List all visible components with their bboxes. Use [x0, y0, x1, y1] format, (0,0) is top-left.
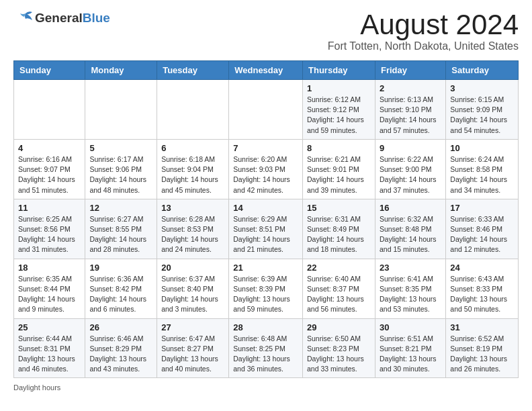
footer-note: Daylight hours	[13, 383, 519, 392]
calendar-cell: 9Sunrise: 6:22 AMSunset: 9:00 PMDaylight…	[375, 139, 445, 199]
page-container: GeneralBlue August 2024 Fort Totten, Nor…	[13, 11, 519, 392]
day-info: Sunrise: 6:48 AMSunset: 8:25 PMDaylight:…	[233, 334, 298, 375]
day-info: Sunrise: 6:35 AMSunset: 8:44 PMDaylight:…	[18, 274, 81, 315]
day-number: 28	[233, 322, 298, 332]
day-number: 10	[450, 143, 514, 153]
weekday-header: Tuesday	[157, 61, 229, 80]
day-number: 21	[233, 263, 298, 273]
calendar-cell: 14Sunrise: 6:29 AMSunset: 8:51 PMDayligh…	[229, 199, 303, 259]
day-number: 27	[161, 322, 224, 332]
calendar-cell: 11Sunrise: 6:25 AMSunset: 8:56 PMDayligh…	[14, 199, 85, 259]
day-info: Sunrise: 6:41 AMSunset: 8:35 PMDaylight:…	[380, 274, 441, 315]
day-info: Sunrise: 6:51 AMSunset: 8:21 PMDaylight:…	[380, 334, 441, 375]
calendar-cell: 16Sunrise: 6:32 AMSunset: 8:48 PMDayligh…	[375, 199, 445, 259]
calendar-week-row: 18Sunrise: 6:35 AMSunset: 8:44 PMDayligh…	[14, 259, 519, 318]
weekday-header: Friday	[375, 61, 445, 80]
day-info: Sunrise: 6:52 AMSunset: 8:19 PMDaylight:…	[450, 334, 514, 375]
day-number: 3	[450, 83, 514, 93]
day-number: 22	[307, 263, 371, 273]
day-number: 14	[233, 203, 298, 213]
day-number: 13	[161, 203, 224, 213]
calendar-cell: 7Sunrise: 6:20 AMSunset: 9:03 PMDaylight…	[229, 139, 303, 199]
day-info: Sunrise: 6:39 AMSunset: 8:39 PMDaylight:…	[233, 274, 298, 315]
day-info: Sunrise: 6:21 AMSunset: 9:01 PMDaylight:…	[307, 154, 371, 195]
day-info: Sunrise: 6:36 AMSunset: 8:42 PMDaylight:…	[89, 274, 152, 315]
day-number: 9	[380, 143, 441, 153]
weekday-header: Saturday	[446, 61, 519, 80]
calendar-cell: 1Sunrise: 6:12 AMSunset: 9:12 PMDaylight…	[303, 80, 375, 140]
logo-blue-text: Blue	[83, 11, 110, 25]
day-number: 8	[307, 143, 371, 153]
day-number: 31	[450, 322, 514, 332]
calendar-cell: 13Sunrise: 6:28 AMSunset: 8:53 PMDayligh…	[157, 199, 229, 259]
calendar-cell: 24Sunrise: 6:43 AMSunset: 8:33 PMDayligh…	[446, 259, 519, 318]
calendar-cell: 30Sunrise: 6:51 AMSunset: 8:21 PMDayligh…	[375, 318, 445, 378]
calendar-cell: 25Sunrise: 6:44 AMSunset: 8:31 PMDayligh…	[14, 318, 85, 378]
calendar-cell: 4Sunrise: 6:16 AMSunset: 9:07 PMDaylight…	[14, 139, 85, 199]
day-info: Sunrise: 6:46 AMSunset: 8:29 PMDaylight:…	[89, 334, 152, 375]
day-info: Sunrise: 6:15 AMSunset: 9:09 PMDaylight:…	[450, 95, 514, 136]
calendar-cell: 3Sunrise: 6:15 AMSunset: 9:09 PMDaylight…	[446, 80, 519, 140]
day-info: Sunrise: 6:18 AMSunset: 9:04 PMDaylight:…	[161, 154, 224, 195]
day-info: Sunrise: 6:25 AMSunset: 8:56 PMDaylight:…	[18, 214, 81, 255]
day-info: Sunrise: 6:20 AMSunset: 9:03 PMDaylight:…	[233, 154, 298, 195]
calendar-week-row: 11Sunrise: 6:25 AMSunset: 8:56 PMDayligh…	[14, 199, 519, 259]
day-number: 4	[18, 143, 81, 153]
day-number: 30	[380, 322, 441, 332]
calendar-cell	[229, 80, 303, 140]
day-number: 20	[161, 263, 224, 273]
day-number: 16	[380, 203, 441, 213]
calendar-cell: 17Sunrise: 6:33 AMSunset: 8:46 PMDayligh…	[446, 199, 519, 259]
day-number: 23	[380, 263, 441, 273]
day-number: 5	[89, 143, 152, 153]
calendar-cell: 8Sunrise: 6:21 AMSunset: 9:01 PMDaylight…	[303, 139, 375, 199]
day-info: Sunrise: 6:47 AMSunset: 8:27 PMDaylight:…	[161, 334, 224, 375]
calendar-cell: 2Sunrise: 6:13 AMSunset: 9:10 PMDaylight…	[375, 80, 445, 140]
calendar-cell: 12Sunrise: 6:27 AMSunset: 8:55 PMDayligh…	[85, 199, 157, 259]
day-info: Sunrise: 6:50 AMSunset: 8:23 PMDaylight:…	[307, 334, 371, 375]
day-number: 2	[380, 83, 441, 93]
weekday-header: Thursday	[303, 61, 375, 80]
day-number: 24	[450, 263, 514, 273]
day-info: Sunrise: 6:12 AMSunset: 9:12 PMDaylight:…	[307, 95, 371, 136]
calendar-cell: 21Sunrise: 6:39 AMSunset: 8:39 PMDayligh…	[229, 259, 303, 318]
day-number: 18	[18, 263, 81, 273]
day-info: Sunrise: 6:28 AMSunset: 8:53 PMDaylight:…	[161, 214, 224, 255]
day-info: Sunrise: 6:32 AMSunset: 8:48 PMDaylight:…	[380, 214, 441, 255]
calendar-cell: 26Sunrise: 6:46 AMSunset: 8:29 PMDayligh…	[85, 318, 157, 378]
logo: GeneralBlue	[13, 11, 110, 26]
calendar-cell	[14, 80, 85, 140]
day-number: 26	[89, 322, 152, 332]
calendar-cell: 15Sunrise: 6:31 AMSunset: 8:49 PMDayligh…	[303, 199, 375, 259]
day-info: Sunrise: 6:33 AMSunset: 8:46 PMDaylight:…	[450, 214, 514, 255]
day-info: Sunrise: 6:27 AMSunset: 8:55 PMDaylight:…	[89, 214, 152, 255]
day-info: Sunrise: 6:31 AMSunset: 8:49 PMDaylight:…	[307, 214, 371, 255]
calendar-cell: 5Sunrise: 6:17 AMSunset: 9:06 PMDaylight…	[85, 139, 157, 199]
day-info: Sunrise: 6:40 AMSunset: 8:37 PMDaylight:…	[307, 274, 371, 315]
day-info: Sunrise: 6:24 AMSunset: 8:58 PMDaylight:…	[450, 154, 514, 195]
day-number: 11	[18, 203, 81, 213]
header: GeneralBlue August 2024 Fort Totten, Nor…	[13, 11, 519, 52]
calendar-cell: 18Sunrise: 6:35 AMSunset: 8:44 PMDayligh…	[14, 259, 85, 318]
calendar-cell: 27Sunrise: 6:47 AMSunset: 8:27 PMDayligh…	[157, 318, 229, 378]
day-number: 6	[161, 143, 224, 153]
calendar-cell: 22Sunrise: 6:40 AMSunset: 8:37 PMDayligh…	[303, 259, 375, 318]
logo-bird-icon	[13, 11, 34, 26]
calendar-cell: 31Sunrise: 6:52 AMSunset: 8:19 PMDayligh…	[446, 318, 519, 378]
day-number: 15	[307, 203, 371, 213]
daylight-label: Daylight hours	[13, 383, 60, 392]
day-number: 25	[18, 322, 81, 332]
calendar-title: August 2024	[328, 11, 519, 39]
day-info: Sunrise: 6:43 AMSunset: 8:33 PMDaylight:…	[450, 274, 514, 315]
day-info: Sunrise: 6:44 AMSunset: 8:31 PMDaylight:…	[18, 334, 81, 375]
calendar-cell: 23Sunrise: 6:41 AMSunset: 8:35 PMDayligh…	[375, 259, 445, 318]
calendar-week-row: 25Sunrise: 6:44 AMSunset: 8:31 PMDayligh…	[14, 318, 519, 378]
calendar-week-row: 1Sunrise: 6:12 AMSunset: 9:12 PMDaylight…	[14, 80, 519, 140]
day-number: 7	[233, 143, 298, 153]
day-number: 1	[307, 83, 371, 93]
calendar-cell: 6Sunrise: 6:18 AMSunset: 9:04 PMDaylight…	[157, 139, 229, 199]
day-info: Sunrise: 6:16 AMSunset: 9:07 PMDaylight:…	[18, 154, 81, 195]
day-number: 12	[89, 203, 152, 213]
calendar-cell: 20Sunrise: 6:37 AMSunset: 8:40 PMDayligh…	[157, 259, 229, 318]
day-number: 17	[450, 203, 514, 213]
